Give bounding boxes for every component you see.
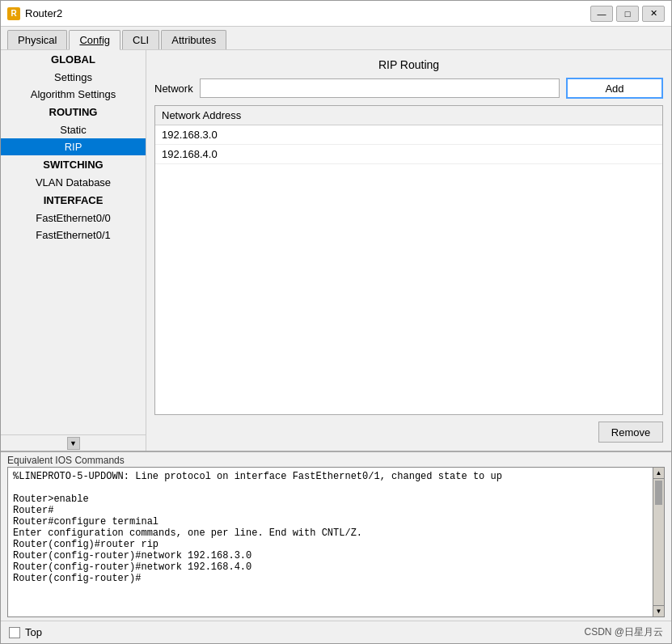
top-label: Top <box>25 626 42 638</box>
network-address-cell-2: 192.168.4.0 <box>155 145 662 164</box>
window-title: Router2 <box>25 7 590 19</box>
sidebar-section-interface: INTERFACE <box>1 191 146 210</box>
ios-scrollbar: ▲ ▼ <box>653 468 664 616</box>
add-button[interactable]: Add <box>566 78 663 99</box>
tab-config[interactable]: Config <box>69 30 120 50</box>
sidebar-item-static[interactable]: Static <box>1 121 146 138</box>
network-table-container: Network Address 192.168.3.0 192.168.4.0 <box>154 105 663 415</box>
ios-terminal: %LINEPROTO-5-UPDOWN: Line protocol on in… <box>7 467 665 617</box>
ios-commands-label: Equivalent IOS Commands <box>1 452 671 467</box>
top-checkbox[interactable] <box>9 627 20 638</box>
table-row[interactable]: 192.168.3.0 <box>155 125 662 145</box>
window-controls: — □ ✕ <box>590 6 665 22</box>
sidebar-item-fastethernet01[interactable]: FastEthernet0/1 <box>1 227 146 244</box>
status-left: Top <box>9 626 42 638</box>
network-address-cell-1: 192.168.3.0 <box>155 125 662 145</box>
sidebar-item-settings[interactable]: Settings <box>1 69 146 86</box>
network-input[interactable] <box>200 78 560 98</box>
sidebar-section-switching: SWITCHING <box>1 155 146 174</box>
ios-scroll-down-btn[interactable]: ▼ <box>653 605 664 616</box>
ios-terminal-content[interactable]: %LINEPROTO-5-UPDOWN: Line protocol on in… <box>8 468 653 616</box>
tab-cli[interactable]: CLI <box>122 30 159 49</box>
ios-scroll-up-btn[interactable]: ▲ <box>653 468 664 479</box>
sidebar: GLOBAL Settings Algorithm Settings ROUTI… <box>1 50 146 451</box>
status-bar: Top CSDN @日星月云 <box>1 621 671 643</box>
maximize-button[interactable]: □ <box>616 6 639 22</box>
network-table: Network Address 192.168.3.0 192.168.4.0 <box>155 106 662 164</box>
sidebar-scroll[interactable]: GLOBAL Settings Algorithm Settings ROUTI… <box>1 50 146 434</box>
tab-bar: Physical Config CLI Attributes <box>1 27 671 50</box>
network-address-header: Network Address <box>155 106 662 125</box>
rip-title: RIP Routing <box>154 58 663 71</box>
sidebar-section-global: GLOBAL <box>1 50 146 69</box>
ios-scrollbar-thumb <box>655 481 662 505</box>
main-panel: RIP Routing Network Add Network Address <box>146 50 671 451</box>
remove-btn-row: Remove <box>154 422 663 443</box>
status-credit: CSDN @日星月云 <box>584 625 663 639</box>
tab-physical[interactable]: Physical <box>7 30 67 49</box>
tab-attributes[interactable]: Attributes <box>161 30 226 49</box>
sidebar-item-vlan-database[interactable]: VLAN Database <box>1 174 146 191</box>
main-window: R Router2 — □ ✕ Physical Config CLI Attr… <box>0 0 672 644</box>
sidebar-section-routing: ROUTING <box>1 103 146 121</box>
app-icon: R <box>7 7 20 20</box>
minimize-button[interactable]: — <box>590 6 613 22</box>
network-label: Network <box>154 83 193 95</box>
sidebar-item-fastethernet00[interactable]: FastEthernet0/0 <box>1 210 146 227</box>
table-row[interactable]: 192.168.4.0 <box>155 145 662 164</box>
sidebar-scroll-down-btn[interactable]: ▼ <box>67 437 80 450</box>
sidebar-item-algorithm-settings[interactable]: Algorithm Settings <box>1 86 146 103</box>
network-row: Network Add <box>154 78 663 99</box>
sidebar-item-rip[interactable]: RIP <box>1 138 146 155</box>
title-bar: R Router2 — □ ✕ <box>1 1 671 27</box>
remove-button[interactable]: Remove <box>598 422 663 443</box>
close-button[interactable]: ✕ <box>642 6 665 22</box>
ios-commands-section: Equivalent IOS Commands %LINEPROTO-5-UPD… <box>1 451 671 621</box>
